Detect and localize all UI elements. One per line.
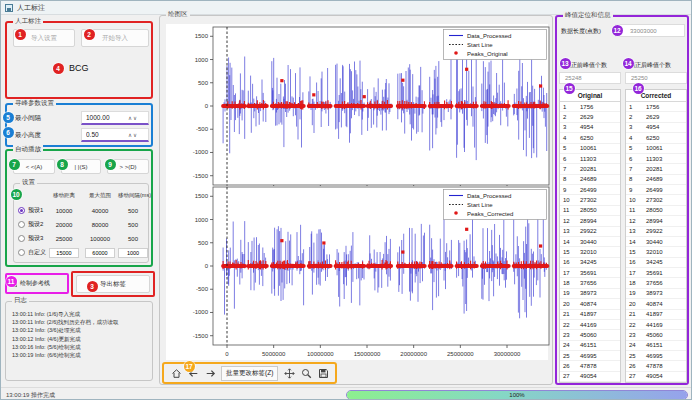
settings-title: 设置 bbox=[20, 178, 37, 187]
forward-icon[interactable] bbox=[204, 367, 216, 379]
table-row[interactable]: 1027302 bbox=[626, 195, 686, 205]
table-row[interactable]: 1532010 bbox=[626, 247, 686, 257]
table-row[interactable]: 720281 bbox=[626, 164, 686, 174]
preset-radio[interactable] bbox=[18, 207, 25, 214]
autoplay-forward-button[interactable]: > >(D) bbox=[107, 159, 149, 174]
table-row[interactable]: 510061 bbox=[626, 144, 686, 154]
table-row[interactable]: 1735691 bbox=[560, 268, 620, 278]
signal-type-label: BCG bbox=[69, 63, 89, 73]
table-row[interactable]: 1837656 bbox=[626, 278, 686, 288]
plot-corrected[interactable]: 150010005000-500-1000-150005000000100000… bbox=[166, 186, 560, 359]
table-row[interactable]: 1938973 bbox=[560, 289, 620, 299]
table-row[interactable]: 2546995 bbox=[560, 351, 620, 361]
plot-figure[interactable]: 150010005000-500-1000-1500Data_Processed… bbox=[166, 24, 548, 360]
save-icon[interactable] bbox=[317, 367, 329, 379]
table-row[interactable]: 1938973 bbox=[626, 289, 686, 299]
pan-icon[interactable] bbox=[283, 367, 295, 379]
table-row[interactable]: 2141897 bbox=[560, 310, 620, 320]
min-interval-spinbox[interactable]: ∧∨ bbox=[81, 111, 149, 125]
svg-text:Peaks_Original: Peaks_Original bbox=[467, 51, 508, 57]
table-row[interactable]: 720281 bbox=[560, 164, 620, 174]
table-row[interactable]: 510061 bbox=[560, 144, 620, 154]
table-row[interactable]: 22629 bbox=[560, 112, 620, 122]
log-line: 13:00:11 Info: (2/6)找到历史存档，成功读取 bbox=[12, 318, 148, 326]
table-row[interactable]: 1329922 bbox=[626, 227, 686, 237]
table-row[interactable]: 2141897 bbox=[626, 310, 686, 320]
table-row[interactable]: 2546995 bbox=[626, 351, 686, 361]
reference-line-label: 绘制参考线 bbox=[20, 279, 50, 288]
table-row[interactable]: 34954 bbox=[560, 123, 620, 133]
table-row[interactable]: 1430440 bbox=[626, 237, 686, 247]
table-row[interactable]: 611303 bbox=[626, 154, 686, 164]
back-icon[interactable] bbox=[187, 367, 199, 379]
zoom-icon[interactable] bbox=[300, 367, 312, 379]
table-row[interactable]: 2040874 bbox=[560, 299, 620, 309]
svg-text:Data_Processed: Data_Processed bbox=[467, 193, 511, 199]
data-length-label: 数据长度(点数) bbox=[561, 27, 601, 36]
log-line: 13:00:12 Info: (4/6)更新完成 bbox=[12, 335, 148, 343]
export-labels-button[interactable]: 导出标签 bbox=[76, 275, 150, 293]
table-row[interactable]: 611303 bbox=[560, 154, 620, 164]
table-row[interactable]: 824689 bbox=[626, 175, 686, 185]
table-row[interactable]: 1128050 bbox=[560, 206, 620, 216]
table-row[interactable]: 2244169 bbox=[626, 320, 686, 330]
table-row[interactable]: 11756 bbox=[626, 102, 686, 112]
table-row[interactable]: 46250 bbox=[560, 133, 620, 143]
table-row[interactable]: 1634245 bbox=[560, 258, 620, 268]
table-row[interactable]: 22629 bbox=[626, 112, 686, 122]
custom-value-input[interactable] bbox=[118, 248, 148, 258]
min-height-spinbox[interactable]: ∧∨ bbox=[81, 128, 149, 142]
table-row[interactable]: 1228994 bbox=[626, 216, 686, 226]
table-row[interactable]: 2749054 bbox=[560, 372, 620, 382]
table-row[interactable]: 34954 bbox=[626, 123, 686, 133]
preset-label: 预设2 bbox=[28, 220, 43, 229]
table-row[interactable]: 2446151 bbox=[560, 341, 620, 351]
min-interval-input[interactable] bbox=[82, 114, 128, 121]
table-row[interactable]: 2040874 bbox=[626, 299, 686, 309]
import-settings-button[interactable]: 导入设置 bbox=[13, 29, 75, 47]
table-row[interactable]: 2244169 bbox=[560, 320, 620, 330]
plot-original[interactable]: 150010005000-500-1000-1500Data_Processed… bbox=[166, 26, 560, 187]
log-title: 日志 bbox=[12, 296, 29, 305]
preset-radio[interactable] bbox=[18, 249, 25, 256]
table-row[interactable]: 2345060 bbox=[560, 330, 620, 340]
table-row[interactable]: 2647878 bbox=[626, 361, 686, 371]
batch-edit-labels-button[interactable]: 批量更改标签(Z) bbox=[221, 366, 278, 381]
table-row[interactable]: 2749054 bbox=[626, 372, 686, 382]
table-row[interactable]: 1329922 bbox=[560, 227, 620, 237]
preset-radio[interactable] bbox=[18, 235, 25, 242]
original-peaks-table[interactable]: Original11756226293495446250510061611303… bbox=[559, 89, 621, 383]
corrected-peaks-table[interactable]: Corrected1175622629349544625051006161130… bbox=[625, 89, 687, 383]
table-row[interactable]: 2446151 bbox=[626, 341, 686, 351]
table-row[interactable]: 1634245 bbox=[626, 258, 686, 268]
table-row[interactable]: 1128050 bbox=[626, 206, 686, 216]
after-count-label: 纠正后峰值个数 bbox=[629, 61, 671, 70]
svg-text:30000000: 30000000 bbox=[494, 351, 521, 357]
custom-value-input[interactable] bbox=[85, 248, 115, 258]
custom-value-input[interactable] bbox=[49, 248, 79, 258]
home-icon[interactable] bbox=[170, 367, 182, 379]
table-row[interactable]: 1532010 bbox=[560, 247, 620, 257]
autoplay-back-button[interactable]: < <(A) bbox=[13, 159, 55, 174]
spinner-arrows-icon[interactable]: ∧∨ bbox=[128, 132, 138, 138]
min-height-input[interactable] bbox=[82, 131, 128, 138]
autoplay-pause-button[interactable]: | |(S) bbox=[61, 159, 101, 174]
table-row[interactable]: 1027302 bbox=[560, 195, 620, 205]
table-row[interactable]: 1228994 bbox=[560, 216, 620, 226]
reference-line-checkbox[interactable] bbox=[10, 280, 17, 287]
table-row[interactable]: 2345060 bbox=[626, 330, 686, 340]
table-row[interactable]: 824689 bbox=[560, 175, 620, 185]
table-row[interactable]: 11756 bbox=[560, 102, 620, 112]
svg-text:500: 500 bbox=[198, 240, 209, 246]
svg-text:25000000: 25000000 bbox=[447, 351, 474, 357]
spinner-arrows-icon[interactable]: ∧∨ bbox=[128, 115, 138, 121]
table-row[interactable]: 926499 bbox=[560, 185, 620, 195]
table-row[interactable]: 926499 bbox=[626, 185, 686, 195]
table-row[interactable]: 1837656 bbox=[560, 278, 620, 288]
table-row[interactable]: 1430440 bbox=[560, 237, 620, 247]
table-row[interactable]: 2647878 bbox=[560, 361, 620, 371]
table-row[interactable]: 1735691 bbox=[626, 268, 686, 278]
table-row[interactable]: 46250 bbox=[626, 133, 686, 143]
preset-radio[interactable] bbox=[18, 221, 25, 228]
start-import-button[interactable]: 开始导入 bbox=[81, 29, 149, 47]
